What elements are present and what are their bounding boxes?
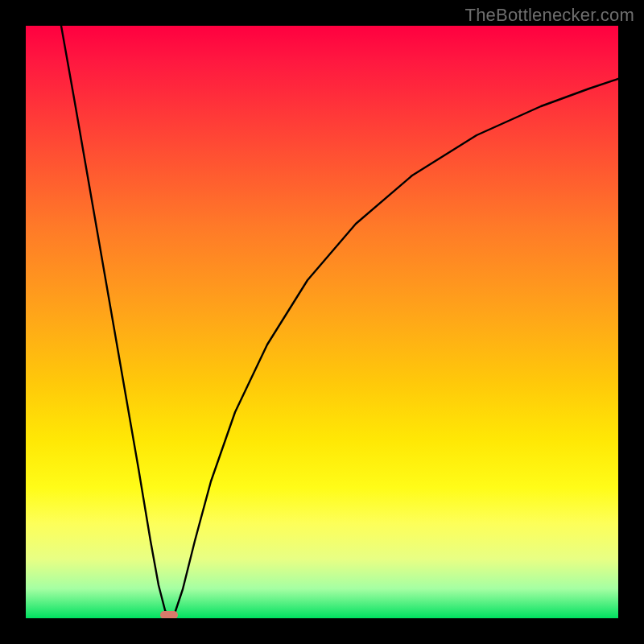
optimal-point-marker xyxy=(160,611,178,618)
bottleneck-curve xyxy=(26,26,618,618)
curve-path xyxy=(61,26,618,618)
chart-frame: TheBottlenecker.com xyxy=(0,0,644,644)
plot-area xyxy=(26,26,618,618)
attribution-label: TheBottlenecker.com xyxy=(465,5,634,26)
